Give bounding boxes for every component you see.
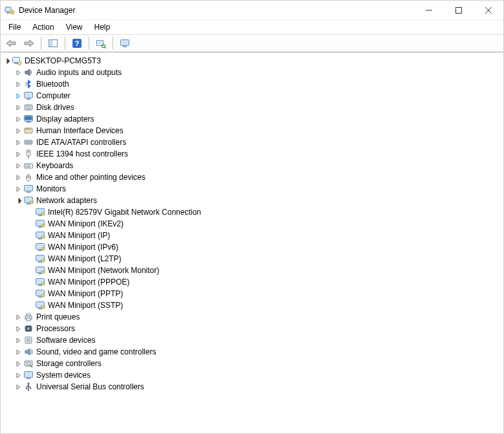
toolbar-separator (41, 37, 41, 50)
tree-category-node[interactable]: Storage controllers (14, 358, 503, 369)
tree-expander-icon[interactable] (14, 184, 23, 193)
network-icon (35, 230, 45, 241)
svg-rect-98 (27, 378, 30, 380)
svg-rect-27 (25, 116, 32, 120)
audio-icon (23, 67, 34, 78)
svg-rect-64 (41, 248, 45, 250)
network-icon (35, 277, 45, 287)
printer-icon (23, 312, 34, 322)
tree-node-label: Bluetooth (36, 78, 69, 90)
svg-rect-33 (25, 140, 32, 144)
svg-rect-42 (28, 165, 29, 166)
close-button[interactable] (474, 1, 503, 19)
mouse-icon (23, 172, 34, 182)
tree-device-node[interactable]: WAN Miniport (IKEv2) (25, 218, 503, 230)
toolbar-help-button[interactable]: ? (69, 36, 85, 51)
svg-rect-21 (25, 92, 33, 98)
svg-rect-0 (5, 7, 11, 12)
tree-category-node[interactable]: Keyboards (14, 160, 503, 171)
tree-category-node[interactable]: Human Interface Devices (14, 125, 503, 136)
device-tree-panel[interactable]: DESKTOP-PCMG5T3Audio inputs and outputsB… (1, 52, 503, 433)
tree-expander-icon[interactable] (14, 359, 23, 368)
svg-rect-41 (27, 165, 28, 166)
cpu-icon (23, 323, 34, 334)
tree-category-node[interactable]: Sound, video and game controllers (14, 346, 503, 358)
tree-root-node[interactable]: DESKTOP-PCMG5T3 (2, 55, 503, 67)
maximize-button[interactable] (444, 1, 474, 19)
tree-category-node[interactable]: IEEE 1394 host controllers (14, 148, 503, 160)
tree-expander-icon[interactable] (14, 173, 23, 182)
tree-expander-icon[interactable] (14, 114, 23, 124)
tree-node-label: Human Interface Devices (36, 125, 124, 136)
tree-device-node[interactable]: WAN Miniport (IPv6) (25, 241, 503, 253)
tree-category-node[interactable]: Computer (14, 90, 503, 102)
tree-category-node[interactable]: Print queues (14, 311, 503, 323)
svg-rect-39 (25, 164, 33, 168)
tree-expander-icon[interactable] (14, 126, 23, 135)
tree-category-node[interactable]: Mice and other pointing devices (14, 171, 503, 183)
tree-device-node[interactable]: WAN Miniport (PPPOE) (25, 276, 503, 288)
toolbar-show-hide-console-button[interactable] (45, 36, 61, 51)
tree-device-node[interactable]: WAN Miniport (PPTP) (25, 288, 503, 299)
tree-category-node[interactable]: Network adapters (14, 195, 503, 206)
tree-category-node[interactable]: Bluetooth (14, 78, 503, 90)
menu-file[interactable]: File (3, 21, 26, 33)
tree-node-label: Mice and other pointing devices (36, 171, 146, 183)
tree-device-node[interactable]: Intel(R) 82579V Gigabit Network Connecti… (25, 206, 503, 218)
tree-category-node[interactable]: Processors (14, 323, 503, 334)
svg-point-93 (28, 340, 29, 341)
network-icon (35, 288, 45, 299)
ieee1394-icon (23, 149, 34, 159)
tree-expander-icon[interactable] (14, 347, 23, 356)
tree-category-node[interactable]: Software devices (14, 334, 503, 346)
svg-rect-81 (27, 314, 30, 316)
tree-expander-icon[interactable] (14, 68, 23, 77)
tree-node-label: Intel(R) 82579V Gigabit Network Connecti… (48, 206, 201, 218)
svg-rect-28 (27, 122, 30, 123)
tree-expander-icon[interactable] (14, 161, 23, 170)
tree-device-node[interactable]: WAN Miniport (L2TP) (25, 253, 503, 265)
tree-category-node[interactable]: IDE ATA/ATAPI controllers (14, 136, 503, 148)
network-icon (35, 300, 45, 310)
tree-expander-icon[interactable] (14, 371, 23, 380)
menu-help[interactable]: Help (89, 21, 116, 33)
svg-rect-13 (98, 41, 103, 45)
menu-action[interactable]: Action (27, 21, 59, 33)
svg-rect-58 (41, 224, 45, 227)
tree-expander-icon[interactable] (14, 149, 23, 158)
toolbar-back-button[interactable] (3, 36, 19, 51)
tree-category-node[interactable]: Display adapters (14, 113, 503, 125)
sound-icon (23, 347, 34, 357)
minimize-button[interactable] (414, 1, 444, 19)
computer-icon (23, 91, 34, 101)
svg-rect-76 (41, 294, 45, 297)
tree-category-node[interactable]: System devices (14, 369, 503, 381)
tree-expander-icon[interactable] (14, 91, 23, 100)
tree-expander-icon[interactable] (14, 138, 23, 147)
tree-category-node[interactable]: Monitors (14, 183, 503, 195)
tree-expander-icon[interactable] (14, 103, 23, 112)
tree-expander-icon[interactable] (14, 336, 23, 345)
tree-expander-icon[interactable] (14, 382, 23, 391)
svg-rect-31 (27, 129, 28, 130)
tree-device-node[interactable]: WAN Miniport (SSTP) (25, 299, 503, 311)
tree-device-node[interactable]: WAN Miniport (IP) (25, 230, 503, 241)
toolbar-scan-hardware-button[interactable] (93, 36, 109, 51)
svg-rect-43 (29, 165, 30, 166)
tree-expander-icon[interactable] (14, 80, 23, 89)
tree-category-node[interactable]: Universal Serial Bus controllers (14, 381, 503, 393)
toolbar-forward-button[interactable] (21, 36, 37, 51)
toolbar-monitor-button[interactable] (117, 36, 133, 51)
tree-category-node[interactable]: Audio inputs and outputs (14, 67, 503, 78)
tree-device-node[interactable]: WAN Miniport (Network Monitor) (25, 265, 503, 276)
tree-node-label: IDE ATA/ATAPI controllers (36, 136, 126, 148)
tree-expander-icon[interactable] (2, 56, 11, 65)
svg-rect-1 (6, 12, 10, 14)
tree-category-node[interactable]: Disk drives (14, 102, 503, 113)
tree-expander-icon[interactable] (14, 196, 23, 205)
svg-rect-97 (25, 372, 33, 378)
tree-expander-icon[interactable] (14, 312, 23, 321)
tree-expander-icon[interactable] (14, 324, 23, 333)
menu-view[interactable]: View (61, 21, 88, 33)
svg-rect-9 (49, 40, 52, 47)
